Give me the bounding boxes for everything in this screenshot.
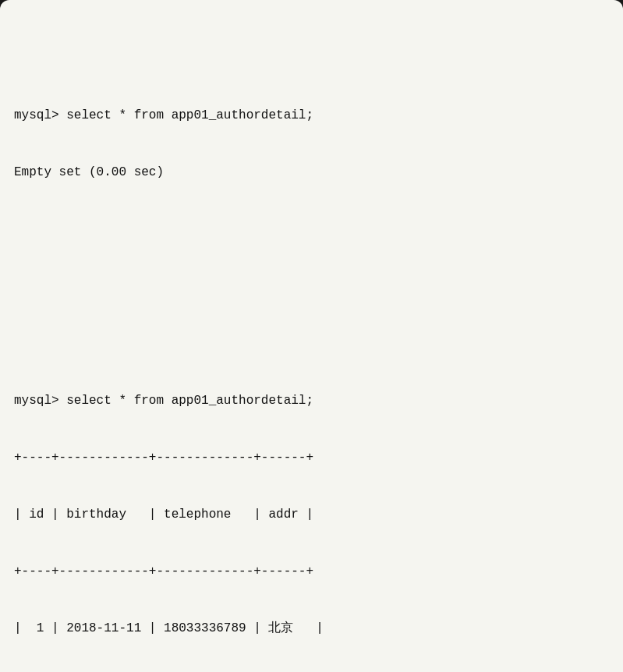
terminal-line: +----+------------+-------------+------+ bbox=[14, 448, 609, 468]
terminal-body[interactable]: mysql> select * from app01_authordetail;… bbox=[0, 0, 623, 672]
terminal-line: Empty set (0.00 sec) bbox=[14, 163, 609, 182]
terminal-line: | 1 | 2018-11-11 | 18033336789 | 北京 | bbox=[14, 619, 609, 638]
terminal-line: | id | birthday | telephone | addr | bbox=[14, 505, 609, 525]
terminal-block-2: mysql> select * from app01_authordetail;… bbox=[14, 354, 609, 672]
terminal-spacer bbox=[14, 279, 609, 299]
terminal-block-1: mysql> select * from app01_authordetail;… bbox=[14, 69, 609, 220]
terminal-window: mysql> select * from app01_authordetail;… bbox=[0, 0, 623, 672]
terminal-line: +----+------------+-------------+------+ bbox=[14, 562, 609, 582]
terminal-line: mysql> select * from app01_authordetail; bbox=[14, 106, 609, 126]
terminal-line: mysql> select * from app01_authordetail; bbox=[14, 391, 609, 411]
